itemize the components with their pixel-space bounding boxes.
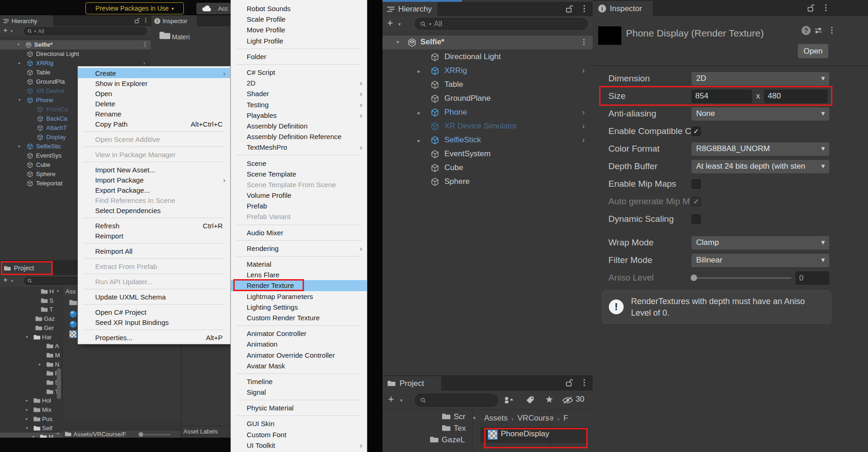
breadcrumb-vrcourse[interactable]: VRCourse [517, 414, 553, 423]
menu-item-shader[interactable]: Shader› [231, 88, 367, 99]
more-menu-icon[interactable]: ⋮ [822, 3, 830, 12]
menu-item-extract-from-prefab[interactable]: Extract From Prefab [78, 261, 230, 271]
hierarchy-item-eventsystem[interactable]: EventSystem [382, 147, 593, 161]
menu-item-update-uxml-schema[interactable]: Update UXML Schema [78, 292, 230, 302]
more-menu-icon[interactable]: ⋮ [580, 4, 588, 13]
menu-item-assembly-definition[interactable]: Assembly Definition [231, 121, 367, 131]
hierarchy-item-cube[interactable]: Cube [382, 161, 593, 175]
hierarchy-item-phone[interactable]: ▸Phone› [382, 106, 593, 120]
menu-item-rename[interactable]: Rename [78, 109, 230, 119]
property-checkbox[interactable] [692, 179, 701, 189]
add-dropdown-caret[interactable]: ▾ [398, 21, 401, 27]
prefab-children-chevron-icon[interactable]: › [582, 135, 585, 145]
menu-item-custom-render-texture[interactable]: Custom Render Texture [231, 312, 367, 323]
menu-item-animation[interactable]: Animation [231, 339, 367, 349]
expand-icon[interactable]: ▾ [18, 42, 20, 47]
prefab-children-chevron-icon[interactable]: › [582, 122, 585, 131]
lock-icon[interactable] [565, 379, 573, 387]
aniso-slider-handle[interactable] [691, 275, 697, 281]
project-tree-item-t[interactable]: T [0, 305, 62, 314]
project-tree-item-s[interactable]: S [0, 378, 62, 387]
aniso-slider-track[interactable] [693, 277, 791, 279]
add-button[interactable]: + [387, 17, 393, 29]
property-dropdown[interactable]: Bilinear▼ [692, 254, 829, 267]
expand-icon[interactable]: ▾ [396, 39, 399, 45]
project-tree-item-har[interactable]: ▾Har [0, 333, 62, 342]
scene-row[interactable]: ▾ Selfie* ⋮ [0, 40, 151, 49]
prefab-children-chevron-icon[interactable]: › [143, 60, 145, 67]
menu-item-copy-path[interactable]: Copy PathAlt+Ctrl+C [78, 119, 230, 129]
add-button[interactable]: + [388, 393, 394, 405]
breadcrumb-assets[interactable]: Assets [484, 414, 508, 423]
menu-item-playables[interactable]: Playables› [231, 110, 367, 121]
property-checkbox[interactable] [692, 214, 701, 224]
expand-icon[interactable]: ▸ [418, 68, 420, 74]
project-tree-item-a[interactable]: A [0, 342, 62, 351]
menu-item-volume-profile[interactable]: Volume Profile [231, 190, 367, 201]
scroll-down-icon[interactable]: ▾ [57, 431, 59, 436]
expand-icon[interactable]: ▸ [418, 110, 420, 116]
menu-item-seed-xr-input-bindings[interactable]: Seed XR Input Bindings [78, 317, 230, 327]
menu-item-2d[interactable]: 2D› [231, 78, 367, 88]
menu-item-scale-profile[interactable]: Scale Profile [231, 14, 367, 24]
property-dropdown[interactable]: At least 24 bits depth (with sten▼ [692, 160, 829, 173]
property-dropdown[interactable]: None▼ [692, 107, 829, 121]
tab-hierarchy[interactable]: Hierarchy [0, 15, 53, 26]
project-tree-item-scr[interactable]: Scr [382, 411, 472, 423]
hierarchy-item-sphere[interactable]: Sphere [382, 175, 593, 189]
menu-item-material[interactable]: Material [231, 259, 367, 269]
menu-item-rendering[interactable]: Rendering› [231, 243, 367, 254]
lock-icon[interactable] [565, 5, 573, 13]
menu-item-audio-mixer[interactable]: Audio Mixer [231, 227, 367, 238]
project-tree-item-s[interactable]: S [0, 296, 62, 305]
search-by-label-icon[interactable] [526, 396, 534, 404]
lock-icon[interactable] [807, 4, 815, 12]
expand-icon[interactable]: ▾ [18, 98, 21, 102]
save-search-icon[interactable]: ★ [545, 394, 553, 405]
project-tree-item-h[interactable]: H [0, 287, 62, 296]
menu-item-animator-controller[interactable]: Animator Controller [231, 328, 367, 339]
menu-item-lighting-settings[interactable]: Lighting Settings [231, 302, 367, 312]
menu-item-testing[interactable]: Testing› [231, 99, 367, 110]
scroll-up-icon[interactable]: ▴ [57, 288, 59, 293]
project-tree-item-self[interactable]: ▾Self [0, 424, 62, 433]
scene-row[interactable]: ▾ Selfie* ⋮ [382, 36, 593, 49]
add-dropdown-caret[interactable]: ▾ [11, 29, 13, 33]
prefab-children-chevron-icon[interactable]: › [582, 66, 585, 75]
tab-hierarchy-right[interactable]: Hierarchy [382, 2, 437, 16]
menu-item-folder[interactable]: Folder [231, 51, 367, 62]
zoom-slider-handle[interactable] [139, 432, 143, 437]
menu-item-create[interactable]: Create› [78, 68, 230, 78]
menu-item-assembly-definition-reference[interactable]: Assembly Definition Reference [231, 131, 367, 142]
property-checkbox[interactable]: ✓ [692, 197, 701, 206]
project-tree-item-gazel[interactable]: GazeL [382, 434, 472, 446]
menu-item-prefab[interactable]: Prefab [231, 201, 367, 211]
hierarchy-search-input[interactable]: ▾ All [415, 18, 588, 30]
menu-item-export-package-[interactable]: Export Package... [78, 185, 230, 195]
menu-item-robot-sounds[interactable]: Robot Sounds [231, 3, 367, 14]
expand-icon[interactable]: ▾ [26, 335, 28, 339]
tab-inspector-right[interactable]: i Inspector [593, 1, 653, 16]
hierarchy-item-xrrig[interactable]: ▸XRRig› [382, 64, 593, 78]
render-texture-icon[interactable] [69, 330, 77, 338]
menu-item-lightmap-parameters[interactable]: Lightmap Parameters [231, 291, 367, 302]
hierarchy-item-xr-device-simulator[interactable]: XR Device Simulator› [382, 120, 593, 134]
expand-icon[interactable]: ▸ [26, 398, 28, 403]
menu-item-open[interactable]: Open [78, 88, 230, 98]
menu-item-scene[interactable]: Scene [231, 158, 367, 168]
menu-item-physic-material[interactable]: Physic Material [231, 403, 367, 413]
scroll-up-icon[interactable]: ▴ [473, 414, 476, 420]
folder-icon[interactable] [69, 299, 78, 306]
hierarchy-item-groundplane[interactable]: GroundPlane [382, 92, 593, 106]
selected-asset-row[interactable]: PhoneDisplay [480, 427, 588, 443]
menu-item-show-in-explorer[interactable]: Show in Explorer [78, 78, 230, 88]
search-by-type-icon[interactable] [504, 396, 514, 404]
menu-item-custom-font[interactable]: Custom Font [231, 429, 367, 440]
menu-item-light-profile[interactable]: Light Profile [231, 36, 367, 46]
menu-item-refresh[interactable]: RefreshCtrl+R [78, 220, 230, 231]
project-tree-item-ger[interactable]: Ger [0, 324, 62, 333]
size-height-field[interactable]: 480 [764, 90, 828, 103]
menu-item-delete[interactable]: Delete [78, 98, 230, 109]
scrollbar-thumb[interactable] [57, 368, 61, 399]
menu-item-ui-toolkit[interactable]: UI Toolkit› [231, 440, 367, 451]
